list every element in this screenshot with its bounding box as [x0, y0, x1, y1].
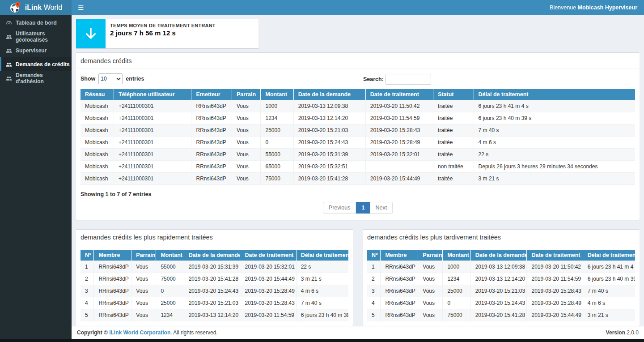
table-row: 3RRnsi643dPVous250002019-03-20 15:21:032… — [367, 285, 635, 297]
column-header[interactable]: Membre — [94, 250, 131, 261]
column-header[interactable]: Emetteur — [191, 89, 232, 100]
sidebar-item-demandes-adhesion[interactable]: Demandes d'adhésion — [0, 71, 72, 85]
table-row: Mobicash+24111000301RRnsi643dPVous250002… — [80, 124, 635, 137]
table-row: 2RRnsi643dPVous750002019-03-20 15:41:282… — [80, 273, 348, 285]
table-cell: RRnsi643dP — [94, 261, 131, 273]
table-row: 3RRnsi643dPVous02019-03-20 15:24:432019-… — [80, 285, 348, 297]
column-header[interactable]: Membre — [381, 250, 418, 261]
slowest-credits-box: demandes crédits les plus tardivement tr… — [363, 229, 640, 326]
hamburger-icon[interactable]: ☰ — [72, 0, 90, 15]
table-cell: +24111000301 — [114, 161, 191, 173]
table-cell: 3 m 21 s — [583, 309, 635, 321]
table-cell: RRnsi643dP — [191, 173, 232, 185]
app-logo[interactable]: iLink World — [0, 0, 72, 15]
table-cell: +24111000301 — [114, 149, 191, 161]
table-cell: 2019-03-13 12:09:38 — [470, 261, 527, 273]
table-cell: RRnsi643dP — [381, 297, 418, 309]
company-link[interactable]: iLink World Corporation — [109, 329, 170, 336]
sidebar-item-superviseur[interactable]: Superviseur — [0, 43, 72, 57]
table-cell: 7 m 40 s — [474, 124, 635, 137]
table-cell: 2019-03-13 12:14:20 — [470, 273, 527, 285]
column-header[interactable]: Date de traitement — [240, 250, 296, 261]
table-cell: Vous — [131, 285, 156, 297]
table-cell: 1 — [367, 261, 381, 273]
table-cell: 4 m 6 s — [296, 285, 348, 297]
table-cell: Vous — [418, 261, 443, 273]
page-1-button[interactable]: 1 — [356, 202, 370, 214]
column-header[interactable]: N° — [80, 250, 94, 261]
column-header[interactable]: Montant — [443, 250, 470, 261]
table-cell: Vous — [418, 297, 443, 309]
column-header[interactable]: Parrain — [418, 250, 443, 261]
column-header[interactable]: Date de la demande — [470, 250, 527, 261]
table-cell: 4 m 6 s — [583, 297, 635, 309]
entries-label: entries — [126, 76, 144, 82]
table-row: Mobicash+24111000301RRnsi643dPVous123420… — [80, 112, 635, 124]
table-cell: 2019-03-20 15:21:03 — [184, 297, 240, 309]
column-header[interactable]: Téléphone utilisateur — [114, 89, 191, 100]
column-header[interactable]: Parrain — [131, 250, 156, 261]
table-cell: 2019-03-13 12:09:38 — [293, 100, 365, 112]
table-cell: Vous — [131, 297, 156, 309]
table-cell: Vous — [232, 100, 261, 112]
version-text: Version 2.0.0 — [606, 329, 639, 336]
table-cell: 2019-03-20 15:28:43 — [240, 297, 296, 309]
bottom-strip — [0, 339, 644, 342]
table-cell: 1234 — [261, 112, 293, 124]
pagination: Previous 1 Next — [80, 202, 635, 214]
search-label: Search: — [363, 76, 384, 82]
show-label: Show — [80, 76, 95, 82]
column-header[interactable]: Réseau — [80, 89, 114, 100]
table-cell: RRnsi643dP — [191, 112, 232, 124]
column-header[interactable]: Date de traitement — [527, 250, 583, 261]
table-cell: traitée — [433, 137, 474, 149]
column-header[interactable]: Date de la demande — [184, 250, 240, 261]
table-cell: 2019-03-20 15:31:39 — [184, 261, 240, 273]
search-input[interactable] — [386, 74, 431, 85]
column-header[interactable]: Montant — [261, 89, 293, 100]
table-cell: 7 m 40 s — [583, 285, 635, 297]
table-cell: 0 — [261, 137, 293, 149]
sidebar-item-utilisateurs-geolocalises[interactable]: Utilisateurs géolocalisés — [0, 30, 72, 43]
next-page-button[interactable]: Next — [370, 202, 393, 214]
previous-page-button[interactable]: Previous — [323, 202, 356, 214]
table-cell: 75000 — [443, 309, 470, 321]
table-cell: 0 — [156, 285, 184, 297]
table-cell: 2019-03-20 15:44:49 — [527, 309, 583, 321]
column-header[interactable]: Montant — [156, 250, 184, 261]
sidebar-item-tableau-de-bord[interactable]: Tableau de bord — [0, 16, 72, 30]
column-header[interactable]: Date de la demande — [293, 89, 365, 100]
column-header[interactable]: Date de traitement — [365, 89, 433, 100]
table-cell: 2019-03-20 15:28:43 — [527, 285, 583, 297]
table-row: 1RRnsi643dPVous550002019-03-20 15:31:392… — [80, 261, 348, 273]
table-cell: 25000 — [443, 285, 470, 297]
table-cell: 5 — [367, 309, 381, 321]
column-header[interactable]: Délai de traitement — [296, 250, 348, 261]
column-header[interactable]: Parrain — [232, 89, 261, 100]
credits-table: RéseauTéléphone utilisateurEmetteurParra… — [80, 89, 635, 185]
column-header[interactable]: N° — [367, 250, 381, 261]
table-cell: Vous — [232, 124, 261, 137]
table-cell: 6 jours 23 h 40 m 39 s — [296, 309, 348, 321]
table-cell: RRnsi643dP — [191, 161, 232, 173]
table-cell: RRnsi643dP — [381, 273, 418, 285]
table-row: 5RRnsi643dPVous12342019-03-13 12:14:2020… — [80, 309, 348, 321]
avg-processing-time-infobox: TEMPS MOYEN DE TRAITEMENT ENTRANT 2 jour… — [76, 19, 258, 48]
table-cell: 2019-03-20 15:32:01 — [240, 261, 296, 273]
table-cell: Mobicash — [80, 149, 114, 161]
table-cell: +24111000301 — [114, 112, 191, 124]
table-cell: 25000 — [261, 124, 293, 137]
sidebar-item-demandes-de-credits[interactable]: Demandes de crédits — [0, 57, 72, 71]
column-header[interactable]: Statut — [433, 89, 474, 100]
table-cell: 2019-03-20 15:41:28 — [184, 273, 240, 285]
table-cell: 1234 — [156, 309, 184, 321]
table-cell: 3 m 21 s — [474, 173, 635, 185]
column-header[interactable]: Délai de traitement — [583, 250, 635, 261]
table-cell: 4 m 6 s — [474, 137, 635, 149]
page-length-select[interactable]: 10 — [98, 73, 123, 84]
table-cell: 55000 — [261, 149, 293, 161]
table-row: Mobicash+24111000301RRnsi643dPVous02019-… — [80, 137, 635, 149]
table-cell: 2019-03-20 11:54:59 — [240, 309, 296, 321]
table-cell: 2019-03-13 12:14:20 — [293, 112, 365, 124]
column-header[interactable]: Délai de traitement — [474, 89, 635, 100]
